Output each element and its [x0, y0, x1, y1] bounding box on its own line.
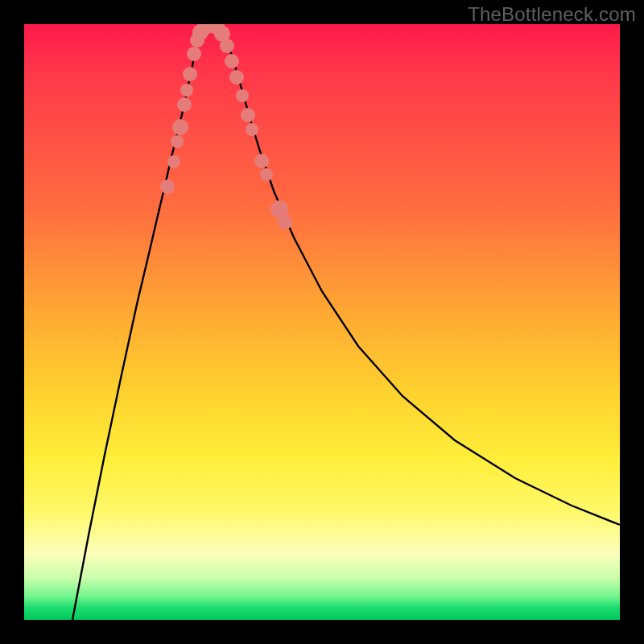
- data-dot: [177, 97, 192, 112]
- data-dot: [241, 108, 255, 122]
- curve-group: [72, 24, 620, 620]
- data-dot: [220, 39, 234, 53]
- data-dot: [225, 54, 239, 68]
- data-dots: [160, 24, 292, 229]
- data-dot: [172, 119, 188, 135]
- data-dot: [180, 84, 193, 97]
- data-dot: [260, 168, 273, 181]
- curve-left-branch: [72, 27, 201, 620]
- data-dot: [254, 154, 269, 168]
- data-dot: [160, 180, 175, 194]
- data-dot: [236, 89, 249, 102]
- data-dot: [229, 70, 244, 85]
- gradient-plot-area: [24, 24, 620, 620]
- data-dot: [187, 47, 201, 61]
- data-dot: [167, 155, 180, 168]
- bottleneck-curve-svg: [24, 24, 620, 620]
- chart-frame: TheBottleneck.com: [0, 0, 644, 644]
- data-dot: [246, 123, 258, 136]
- curve-right-branch: [221, 28, 620, 525]
- data-dot: [171, 135, 184, 148]
- data-dot: [183, 67, 197, 81]
- watermark-text: TheBottleneck.com: [468, 3, 636, 26]
- data-dot: [278, 215, 292, 229]
